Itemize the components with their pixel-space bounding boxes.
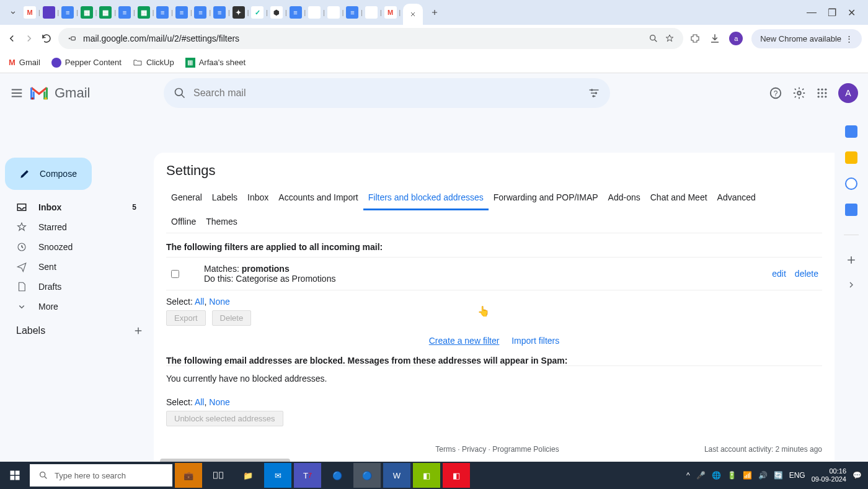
zoom-icon[interactable] [649, 34, 658, 43]
battery-icon[interactable]: 🔋 [727, 471, 737, 480]
add-label-icon[interactable] [133, 325, 144, 336]
tab-docs-icon[interactable]: ≡ [156, 6, 169, 19]
taskbar-app-icon[interactable]: 💼 [175, 463, 202, 488]
tab-sheets-icon[interactable]: ▦ [99, 6, 112, 19]
tab-advanced[interactable]: Advanced [712, 186, 761, 210]
downloads-icon[interactable] [709, 33, 720, 44]
tab-filters[interactable]: Filters and blocked addresses [363, 186, 489, 210]
tab-chat[interactable]: Chat and Meet [645, 186, 712, 210]
task-view-icon[interactable] [205, 463, 232, 488]
tab-inbox[interactable]: Inbox [242, 186, 273, 210]
contacts-icon[interactable] [845, 204, 857, 216]
import-filters-link[interactable]: Import filters [512, 336, 559, 346]
tasks-icon[interactable] [845, 177, 857, 190]
globe-icon[interactable]: 🌐 [712, 471, 721, 480]
tab-docs-icon[interactable]: ≡ [61, 6, 74, 19]
profile-avatar-icon[interactable]: a [729, 32, 743, 45]
calendar-icon[interactable] [845, 125, 857, 138]
tab-gmail-icon[interactable]: M [384, 6, 397, 19]
volume-icon[interactable]: 🔊 [758, 471, 768, 480]
search-options-icon[interactable] [588, 87, 600, 99]
bookmark-pepper[interactable]: Pepper Content [51, 58, 122, 68]
filter-checkbox[interactable] [171, 270, 179, 278]
notifications-icon[interactable]: 💬 [852, 471, 862, 480]
bookmark-gmail[interactable]: MGmail [9, 58, 40, 67]
tab-docs-icon[interactable]: ≡ [175, 6, 188, 19]
nav-more[interactable]: More [0, 297, 154, 316]
hamburger-menu-icon[interactable] [10, 86, 24, 100]
search-input[interactable] [193, 87, 580, 99]
unblock-button[interactable]: Unblock selected addresses [166, 411, 283, 426]
tab-icon[interactable]: ✓ [251, 6, 264, 19]
forward-icon[interactable] [24, 33, 35, 44]
close-window-icon[interactable]: ✕ [848, 7, 856, 19]
compose-button[interactable]: Compose [5, 158, 92, 190]
sync-icon[interactable]: 🔄 [774, 471, 783, 480]
tab-icon[interactable]: ⬢ [270, 6, 283, 19]
wifi-icon[interactable]: 📶 [743, 471, 752, 480]
select-none-link[interactable]: None [209, 297, 229, 307]
tab-docs-icon[interactable]: ≡ [346, 6, 358, 19]
nav-starred[interactable]: Starred [0, 217, 154, 237]
bookmark-clickup[interactable]: ClickUp [133, 58, 174, 68]
back-icon[interactable] [6, 33, 17, 44]
tab-themes[interactable]: Themes [201, 210, 242, 233]
bookmark-sheet[interactable]: ▦Arfaa's sheet [185, 58, 246, 68]
minimize-icon[interactable]: — [807, 7, 817, 19]
tab-sheets-icon[interactable]: ▦ [81, 6, 93, 19]
tab-icon[interactable] [43, 6, 55, 19]
gmail-logo-icon[interactable] [30, 86, 48, 101]
tab-addons[interactable]: Add-ons [603, 186, 645, 210]
close-tab-icon[interactable] [409, 11, 417, 18]
chrome-active-icon[interactable]: 🔵 [353, 463, 381, 488]
tab-accounts[interactable]: Accounts and Import [273, 186, 363, 210]
tab-docs-icon[interactable]: ≡ [118, 6, 131, 19]
select-all-link[interactable]: All [195, 297, 205, 307]
policies-link[interactable]: Programme Policies [492, 445, 559, 454]
delete-button[interactable]: Delete [212, 310, 252, 326]
export-button[interactable]: Export [166, 310, 206, 326]
tab-icon[interactable]: ✦ [232, 6, 245, 19]
nav-drafts[interactable]: Drafts [0, 277, 154, 297]
nav-sent[interactable]: Sent [0, 257, 154, 277]
apps-grid-icon[interactable] [816, 87, 828, 99]
search-mail[interactable] [164, 78, 610, 108]
add-addon-icon[interactable] [845, 254, 857, 266]
delete-filter-link[interactable]: delete [795, 269, 818, 279]
tab-docs-icon[interactable]: ≡ [213, 6, 226, 19]
tab-labels[interactable]: Labels [207, 186, 242, 210]
tab-gmail-icon[interactable]: M [24, 6, 36, 19]
nav-inbox[interactable]: Inbox 5 [0, 197, 154, 217]
site-info-icon[interactable] [67, 34, 77, 43]
tab-forwarding[interactable]: Forwarding and POP/IMAP [489, 186, 603, 210]
bookmark-star-icon[interactable] [665, 34, 675, 43]
terms-link[interactable]: Terms [435, 445, 456, 454]
start-button[interactable] [0, 470, 30, 481]
teams-icon[interactable]: T7 [294, 463, 321, 488]
taskbar-search[interactable]: Type here to search [30, 464, 172, 487]
tab-docs-icon[interactable]: ≡ [290, 6, 302, 19]
tab-general[interactable]: General [166, 186, 207, 210]
url-input[interactable]: mail.google.com/mail/u/2/#settings/filte… [58, 28, 683, 49]
nav-snoozed[interactable]: Snoozed [0, 237, 154, 257]
create-filter-link[interactable]: Create a new filter [429, 336, 500, 346]
chrome-icon[interactable]: 🔵 [324, 463, 351, 488]
app-icon[interactable]: ◧ [443, 463, 470, 488]
tab-docs-icon[interactable]: ≡ [194, 6, 206, 19]
side-panel-toggle-icon[interactable] [846, 280, 856, 290]
mic-icon[interactable]: 🎤 [696, 471, 706, 480]
edit-filter-link[interactable]: edit [772, 269, 786, 279]
account-avatar[interactable]: A [838, 83, 858, 103]
reload-icon[interactable] [41, 33, 52, 44]
privacy-link[interactable]: Privacy [462, 445, 486, 454]
app-icon[interactable]: ◧ [413, 463, 440, 488]
new-chrome-button[interactable]: New Chrome available ⋮ [751, 29, 862, 48]
tab-icon[interactable]: ◆ [327, 6, 340, 19]
tray-chevron-icon[interactable]: ^ [686, 471, 690, 480]
select-all-link[interactable]: All [195, 397, 205, 407]
help-icon[interactable]: ? [769, 86, 782, 100]
active-tab[interactable] [403, 4, 423, 25]
outlook-icon[interactable]: ✉ [264, 463, 291, 488]
maximize-icon[interactable]: ❐ [828, 7, 836, 19]
settings-gear-icon[interactable] [792, 86, 806, 100]
